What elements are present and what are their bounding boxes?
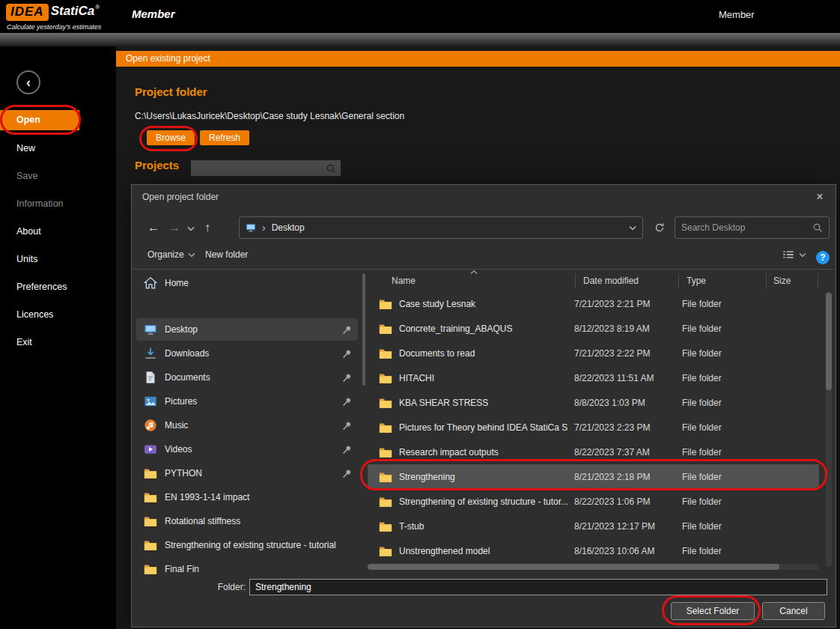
- folder-icon: [379, 396, 392, 410]
- folder-icon: [144, 538, 157, 552]
- horizontal-scrollbar-thumb[interactable]: [368, 564, 779, 570]
- nav-history-chevron-icon[interactable]: [187, 226, 195, 231]
- file-type: File folder: [682, 299, 722, 309]
- file-date: 7/21/2023 2:23 PM: [574, 422, 675, 433]
- file-row-unstrengthened-model[interactable]: Unstrengthened model 8/16/2023 10:06 AM …: [368, 538, 819, 563]
- tree-item-videos[interactable]: Videos: [136, 438, 358, 461]
- folder-icon: [379, 470, 392, 484]
- address-breadcrumb-bar[interactable]: › Desktop: [239, 216, 643, 239]
- file-date: 8/22/2023 11:51 AM: [574, 373, 675, 383]
- file-row-hitachi[interactable]: HITACHI 8/22/2023 11:51 AM File folder: [368, 365, 819, 390]
- file-date: 7/21/2023 2:22 PM: [574, 348, 675, 359]
- file-row-t-stub[interactable]: T-stub 8/21/2023 12:17 PM File folder: [368, 514, 819, 538]
- up-arrow-icon: ↑: [204, 221, 210, 234]
- column-header-name[interactable]: Name: [392, 276, 416, 286]
- column-header-type[interactable]: Type: [687, 276, 706, 286]
- folder-icon: [379, 544, 392, 558]
- address-dropdown-chevron-icon[interactable]: [629, 225, 636, 231]
- desktop-icon: [144, 323, 157, 336]
- tree-item-label: Music: [165, 420, 188, 431]
- dialog-close-button[interactable]: ×: [803, 185, 836, 209]
- chevron-down-icon: [799, 252, 806, 258]
- logo-idea-badge: IDEA: [6, 4, 49, 21]
- tree-item-partial[interactable]: Final Fin: [136, 558, 358, 574]
- tree-item-desktop[interactable]: Desktop: [136, 318, 358, 341]
- file-row-concrete-training-abaqus[interactable]: Concrete_training_ABAQUS 8/12/2023 8:19 …: [368, 316, 819, 341]
- tree-item-documents[interactable]: Documents: [136, 366, 358, 389]
- tree-item-label: Final Fin: [165, 564, 199, 574]
- dialog-search-input[interactable]: [681, 222, 812, 233]
- file-row-case-study-lesnak[interactable]: Case study Lesnak 7/21/2023 2:21 PM File…: [368, 291, 819, 316]
- file-row-strengthening-tutorial[interactable]: Strengthening of existing structure - tu…: [368, 489, 819, 514]
- tree-item-label: EN 1993-1-14 impact: [165, 492, 249, 502]
- tree-item-label: Videos: [165, 444, 192, 455]
- logo-registered-mark: ®: [95, 4, 100, 10]
- sidebar-item-open[interactable]: Open: [0, 110, 79, 130]
- column-header-date-modified[interactable]: Date modified: [583, 276, 639, 286]
- tree-item-label: Rotational stiffness: [165, 516, 240, 526]
- folder-icon: [379, 446, 392, 459]
- sidebar-item-preferences[interactable]: Preferences: [0, 278, 116, 296]
- vertical-scrollbar-thumb[interactable]: [826, 293, 832, 390]
- view-options-button[interactable]: [782, 248, 806, 261]
- tree-item-label: Pictures: [165, 396, 197, 407]
- file-row-pictures-for-theory[interactable]: Pictures for Theory behind IDEA StatiCa …: [368, 415, 819, 440]
- help-button[interactable]: ?: [816, 251, 830, 264]
- organize-menu[interactable]: Organize: [147, 249, 195, 260]
- details-view-icon: [782, 248, 795, 261]
- nav-up-button[interactable]: ↑: [204, 221, 210, 234]
- tree-item-strengthening-tutorial[interactable]: Strengthening of existing structure - tu…: [136, 534, 358, 556]
- file-row-kba-shear-stress[interactable]: KBA SHEAR STRESS 8/8/2023 1:03 PM File f…: [368, 390, 819, 415]
- sort-ascending-icon: [470, 270, 478, 275]
- file-type: File folder: [682, 348, 722, 359]
- tree-item-python[interactable]: PYTHON: [136, 462, 358, 484]
- tree-item-pictures[interactable]: Pictures: [136, 390, 358, 413]
- sidebar-item-save[interactable]: Save: [0, 167, 116, 185]
- music-icon: [144, 419, 157, 432]
- select-folder-button[interactable]: Select Folder: [671, 602, 755, 620]
- folder-icon: [379, 421, 392, 434]
- projects-search-input[interactable]: [191, 163, 326, 174]
- vertical-scrollbar[interactable]: [826, 291, 832, 567]
- app-title: Member: [132, 7, 175, 20]
- cancel-button[interactable]: Cancel: [762, 602, 825, 620]
- horizontal-scrollbar[interactable]: [368, 564, 819, 570]
- downloads-icon: [144, 347, 157, 360]
- sidebar-item-licences[interactable]: Licences: [0, 306, 116, 323]
- folder-icon: [379, 297, 392, 311]
- tree-item-music[interactable]: Music: [136, 414, 358, 437]
- refresh-button[interactable]: Refresh: [200, 130, 249, 145]
- breadcrumb-separator: ›: [262, 222, 266, 234]
- sidebar-item-about[interactable]: About: [0, 222, 116, 240]
- folder-name-input[interactable]: [249, 579, 827, 595]
- back-button[interactable]: ‹: [16, 70, 40, 94]
- file-row-documents-to-read[interactable]: Documents to read 7/21/2023 2:22 PM File…: [368, 341, 819, 365]
- sidebar-item-new[interactable]: New: [0, 139, 116, 157]
- sidebar-item-exit[interactable]: Exit: [0, 333, 116, 351]
- new-folder-button[interactable]: New folder: [205, 249, 248, 260]
- browse-button[interactable]: Browse: [147, 130, 195, 145]
- sidebar-item-label: Open: [16, 115, 40, 125]
- folder-icon: [144, 490, 157, 504]
- column-header-size[interactable]: Size: [773, 276, 791, 286]
- tree-item-label: PYTHON: [165, 468, 202, 478]
- sidebar-item-units[interactable]: Units: [0, 250, 116, 268]
- file-row-research-impact-outputs[interactable]: Research impact outputs 8/22/2023 7:37 A…: [368, 440, 819, 464]
- nav-back-button[interactable]: ←: [147, 221, 159, 234]
- tree-scrollbar[interactable]: [362, 273, 365, 386]
- tree-item-downloads[interactable]: Downloads: [136, 342, 358, 365]
- nav-forward-button[interactable]: →: [168, 221, 180, 234]
- tree-item-en-1993-1-14-impact[interactable]: EN 1993-1-14 impact: [136, 486, 358, 508]
- refresh-icon[interactable]: [654, 222, 665, 233]
- tree-item-rotational-stiffness[interactable]: Rotational stiffness: [136, 510, 358, 532]
- file-name: HITACHI: [399, 373, 567, 383]
- sidebar: ‹ Open New Save Information About Units …: [0, 46, 116, 629]
- file-type: File folder: [682, 373, 722, 383]
- file-row-strengthening[interactable]: Strengthening 8/21/2023 2:18 PM File fol…: [368, 464, 819, 489]
- file-date: 7/21/2023 2:21 PM: [574, 299, 675, 309]
- tree-item-home[interactable]: Home: [136, 272, 358, 294]
- breadcrumb-desktop[interactable]: Desktop: [272, 222, 305, 233]
- sidebar-item-information[interactable]: Information: [0, 195, 116, 213]
- sidebar-item-label: New: [16, 143, 35, 154]
- sidebar-item-label: Exit: [16, 337, 32, 347]
